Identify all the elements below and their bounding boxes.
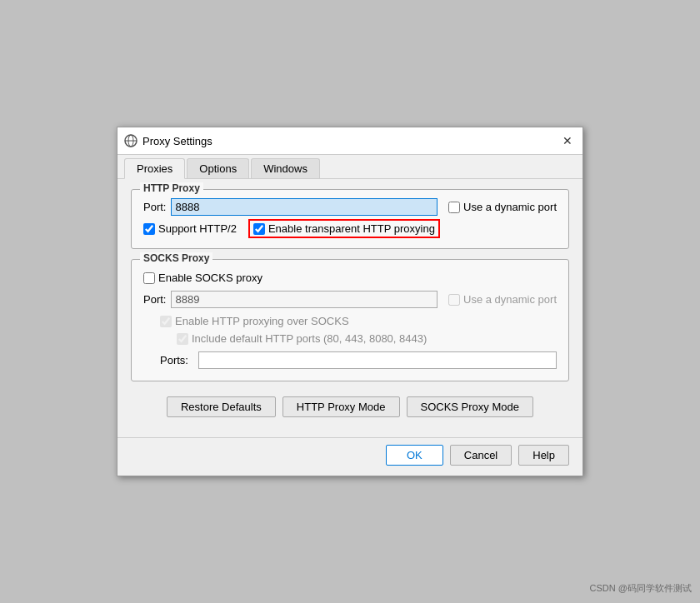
socks-include-ports-label: Include default HTTP ports (80, 443, 808…: [192, 332, 427, 345]
proxy-icon: [124, 134, 138, 147]
socks-include-ports-checkbox[interactable]: [177, 333, 188, 345]
socks-proxy-section: SOCKS Proxy Enable SOCKS proxy Port: Use…: [131, 259, 569, 381]
ok-button[interactable]: OK: [386, 445, 443, 466]
http-port-label: Port:: [143, 201, 166, 213]
socks-dynamic-port-checkbox[interactable]: [448, 294, 460, 306]
transparent-proxy-label: Enable transparent HTTP proxying: [268, 222, 435, 235]
title-bar-left: Proxy Settings: [124, 134, 212, 147]
socks-enable-label: Enable SOCKS proxy: [158, 272, 262, 284]
socks-enable-item: Enable SOCKS proxy: [143, 272, 262, 284]
http-proxy-mode-button[interactable]: HTTP Proxy Mode: [282, 396, 400, 417]
tab-options[interactable]: Options: [187, 158, 249, 178]
support-http2-label: Support HTTP/2: [158, 222, 237, 235]
socks-port-input[interactable]: [171, 291, 438, 308]
http-options-row: Support HTTP/2 Enable transparent HTTP p…: [143, 221, 557, 237]
socks-dynamic-port-item: Use a dynamic port: [448, 293, 557, 306]
socks-http-over-socks-label: Enable HTTP proxying over SOCKS: [175, 315, 349, 327]
tab-bar: Proxies Options Windows: [118, 155, 582, 179]
mode-button-bar: Restore Defaults HTTP Proxy Mode SOCKS P…: [131, 391, 569, 427]
socks-include-ports-row: Include default HTTP ports (80, 443, 808…: [143, 332, 557, 345]
socks-http-over-socks-checkbox[interactable]: [160, 316, 172, 327]
http-dynamic-port-item: Use a dynamic port: [448, 201, 557, 213]
http-port-input[interactable]: [171, 198, 438, 216]
http-dynamic-port-label: Use a dynamic port: [463, 201, 557, 213]
socks-port-row: Port: Use a dynamic port: [143, 291, 557, 308]
http-dynamic-port-checkbox[interactable]: [448, 202, 460, 213]
help-button[interactable]: Help: [518, 445, 569, 466]
tab-content: HTTP Proxy Port: Use a dynamic port Supp…: [118, 179, 582, 437]
socks-enable-checkbox[interactable]: [143, 272, 155, 284]
socks-http-over-socks-row: Enable HTTP proxying over SOCKS: [143, 315, 557, 327]
footer-bar: OK Cancel Help: [118, 437, 582, 476]
support-http2-checkbox[interactable]: [143, 223, 155, 235]
http-port-row: Port: Use a dynamic port: [143, 198, 557, 216]
socks-dynamic-port-label: Use a dynamic port: [463, 293, 557, 306]
window-title: Proxy Settings: [142, 135, 212, 147]
tab-windows[interactable]: Windows: [251, 158, 320, 178]
support-http2-item: Support HTTP/2: [143, 222, 237, 235]
transparent-proxy-item: Enable transparent HTTP proxying: [250, 221, 438, 237]
cancel-button[interactable]: Cancel: [450, 445, 512, 466]
socks-ports-input[interactable]: [198, 351, 557, 369]
watermark: CSDN @码同学软件测试: [590, 582, 692, 595]
close-button[interactable]: ✕: [559, 132, 576, 149]
socks-ports-label: Ports:: [160, 354, 188, 366]
proxy-settings-window: Proxy Settings ✕ Proxies Options Windows…: [117, 127, 583, 476]
socks-enable-row: Enable SOCKS proxy: [143, 272, 557, 284]
socks-ports-row: Ports:: [143, 351, 557, 369]
http-proxy-title: HTTP Proxy: [140, 182, 203, 194]
socks-proxy-title: SOCKS Proxy: [140, 252, 212, 264]
tab-proxies[interactable]: Proxies: [124, 158, 185, 179]
socks-proxy-mode-button[interactable]: SOCKS Proxy Mode: [407, 396, 534, 417]
socks-port-label: Port:: [143, 293, 166, 306]
http-proxy-section: HTTP Proxy Port: Use a dynamic port Supp…: [131, 189, 569, 249]
restore-defaults-button[interactable]: Restore Defaults: [167, 396, 276, 417]
transparent-proxy-checkbox[interactable]: [253, 223, 265, 235]
title-bar: Proxy Settings ✕: [118, 127, 582, 155]
